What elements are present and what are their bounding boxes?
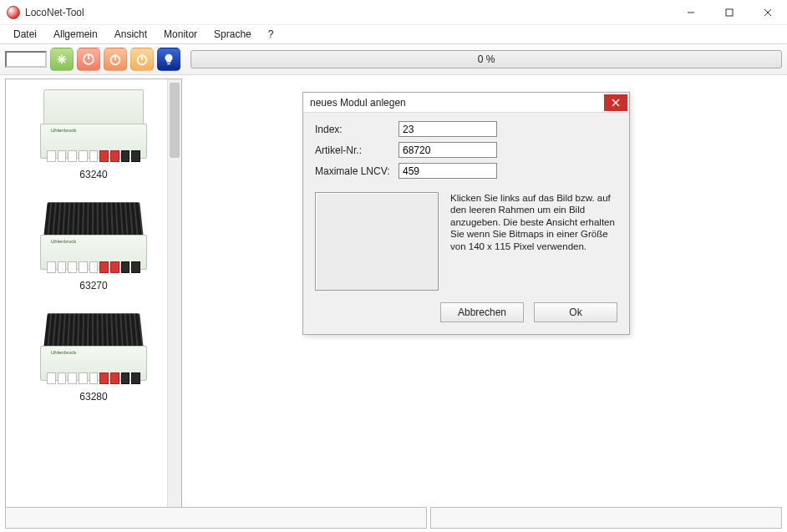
list-item[interactable]: Uhlenbrock 63270 — [6, 195, 181, 291]
stop-button[interactable] — [77, 48, 100, 71]
index-label: Index: — [315, 124, 399, 135]
dialog-close-button[interactable] — [604, 94, 627, 111]
scrollbar-thumb[interactable] — [170, 83, 180, 158]
module-caption: 63280 — [6, 391, 181, 403]
article-field[interactable] — [399, 142, 497, 158]
menu-view[interactable]: Ansicht — [106, 27, 155, 42]
statusbar — [5, 507, 782, 529]
list-item[interactable]: Uhlenbrock 63240 — [6, 84, 181, 180]
module-thumbnail: Uhlenbrock — [35, 307, 152, 386]
svg-rect-14 — [167, 63, 170, 65]
go-button[interactable] — [50, 48, 74, 71]
dialog-title: neues Modul anlegen — [310, 97, 406, 109]
app-icon — [7, 6, 20, 19]
toolbar: 0 % — [0, 43, 787, 75]
svg-rect-1 — [726, 9, 733, 16]
maximize-button[interactable] — [710, 0, 749, 25]
new-module-dialog: neues Modul anlegen Index: Artikel-Nr.: … — [302, 92, 630, 335]
ok-button[interactable]: Ok — [534, 302, 617, 322]
image-frame[interactable] — [315, 192, 439, 291]
toolbar-display — [5, 51, 47, 68]
power-button-2[interactable] — [130, 48, 154, 71]
status-cell-left — [5, 507, 427, 529]
main-panel: neues Modul anlegen Index: Artikel-Nr.: … — [185, 79, 782, 514]
progress-container: 0 % — [190, 49, 782, 69]
power-button-1[interactable] — [104, 48, 127, 71]
help-text: Klicken Sie links auf das Bild bzw. auf … — [450, 192, 617, 291]
menu-monitor[interactable]: Monitor — [155, 27, 206, 42]
article-label: Artikel-Nr.: — [315, 144, 399, 156]
status-cell-right — [430, 507, 782, 529]
menu-help[interactable]: ? — [260, 27, 282, 42]
progress-bar: 0 % — [190, 50, 782, 68]
list-item[interactable]: Uhlenbrock 63280 — [6, 307, 181, 403]
window-title: LocoNet-Tool — [25, 7, 84, 18]
max-lncv-field[interactable] — [399, 163, 497, 179]
dialog-titlebar[interactable]: neues Modul anlegen — [303, 93, 629, 113]
menu-language[interactable]: Sprache — [206, 27, 260, 42]
index-field[interactable] — [399, 121, 497, 137]
max-lncv-label: Maximale LNCV: — [315, 165, 399, 177]
module-thumbnail: Uhlenbrock — [35, 195, 152, 275]
scrollbar[interactable] — [167, 79, 181, 513]
module-thumbnail: Uhlenbrock — [35, 84, 152, 164]
close-button[interactable] — [749, 0, 787, 25]
light-button[interactable] — [157, 48, 180, 71]
progress-text: 0 % — [478, 53, 495, 65]
minimize-button[interactable] — [672, 0, 710, 25]
menu-general[interactable]: Allgemein — [45, 27, 106, 42]
menubar: Datei Allgemein Ansicht Monitor Sprache … — [0, 25, 787, 43]
module-caption: 63240 — [6, 169, 181, 180]
menu-file[interactable]: Datei — [5, 27, 45, 42]
cancel-button[interactable]: Abbrechen — [440, 302, 524, 322]
module-caption: 63270 — [6, 280, 181, 291]
window-titlebar: LocoNet-Tool — [0, 0, 787, 25]
module-list: Uhlenbrock 63240 Uhlenbrock 63270 Uhlenb… — [5, 79, 182, 514]
